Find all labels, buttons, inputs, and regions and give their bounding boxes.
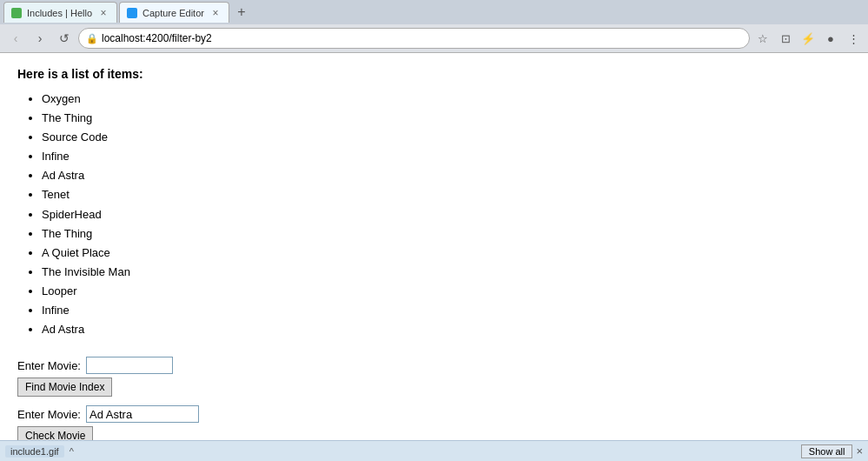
page-title: Here is a list of items:: [17, 67, 851, 81]
extensions-icon[interactable]: ⚡: [798, 29, 818, 48]
list-item: Looper: [42, 282, 851, 301]
list-item: SpiderHead: [42, 205, 851, 224]
address-bar[interactable]: [102, 32, 742, 44]
items-list: OxygenThe ThingSource CodeInfineAd Astra…: [17, 90, 851, 339]
address-bar-container: 🔒: [78, 28, 750, 49]
list-item: Tenet: [42, 185, 851, 204]
bottom-left: include1.gif ^: [5, 445, 74, 458]
list-item: Infine: [42, 147, 851, 166]
list-item: Oxygen: [42, 90, 851, 109]
browser-chrome: Includes | Hello × Capture Editor × + ‹ …: [0, 0, 868, 53]
tab-includes-hello[interactable]: Includes | Hello ×: [3, 2, 117, 23]
list-item: Infine: [42, 301, 851, 320]
bottom-bar: include1.gif ^ Show all ×: [0, 440, 868, 461]
tab-title-1: Includes | Hello: [27, 8, 92, 18]
list-item: A Quiet Place: [42, 244, 851, 263]
check-movie-input[interactable]: [86, 405, 199, 423]
bottom-expand-button[interactable]: ^: [70, 446, 74, 457]
tab-title-2: Capture Editor: [142, 8, 204, 18]
find-movie-index-button[interactable]: Find Movie Index: [17, 377, 112, 397]
list-item: The Thing: [42, 224, 851, 244]
tab-capture-editor[interactable]: Capture Editor ×: [119, 2, 229, 23]
bookmark-icon[interactable]: ⊡: [776, 29, 795, 48]
check-movie-label: Enter Movie:: [17, 408, 81, 421]
list-item: Source Code: [42, 128, 851, 147]
find-movie-row: Enter Movie:: [17, 357, 851, 374]
find-movie-input[interactable]: [86, 357, 173, 374]
list-item: The Invisible Man: [42, 263, 851, 282]
tab-close-2[interactable]: ×: [209, 7, 222, 19]
back-button[interactable]: ‹: [5, 28, 26, 49]
reload-button[interactable]: ↺: [54, 28, 75, 49]
menu-icon[interactable]: ⋮: [844, 29, 863, 48]
nav-right-icons: ☆ ⊡ ⚡ ● ⋮: [753, 29, 863, 48]
list-item: Ad Astra: [42, 166, 851, 185]
list-item: Ad Astra: [42, 320, 851, 339]
show-all-button[interactable]: Show all: [801, 444, 853, 458]
check-movie-row: Enter Movie:: [17, 405, 851, 423]
tab-favicon-2: [127, 8, 137, 18]
list-item: The Thing: [42, 109, 851, 128]
tab-favicon-1: [11, 8, 22, 18]
find-movie-index-section: Enter Movie: Find Movie Index: [17, 357, 851, 397]
bottom-close-button[interactable]: ×: [856, 444, 863, 458]
new-tab-button[interactable]: +: [231, 2, 252, 23]
find-movie-label: Enter Movie:: [17, 359, 81, 372]
tab-bar: Includes | Hello × Capture Editor × +: [0, 0, 868, 24]
lock-icon: 🔒: [86, 33, 98, 44]
tab-close-1[interactable]: ×: [97, 7, 109, 19]
page-content: Here is a list of items: OxygenThe Thing…: [0, 53, 868, 461]
bottom-file-name: include1.gif: [5, 445, 64, 458]
nav-bar: ‹ › ↺ 🔒 ☆ ⊡ ⚡ ● ⋮: [0, 24, 868, 52]
profile-icon[interactable]: ●: [821, 29, 840, 48]
forward-button[interactable]: ›: [30, 28, 50, 49]
bottom-right: Show all ×: [801, 444, 863, 458]
star-icon[interactable]: ☆: [753, 29, 772, 48]
